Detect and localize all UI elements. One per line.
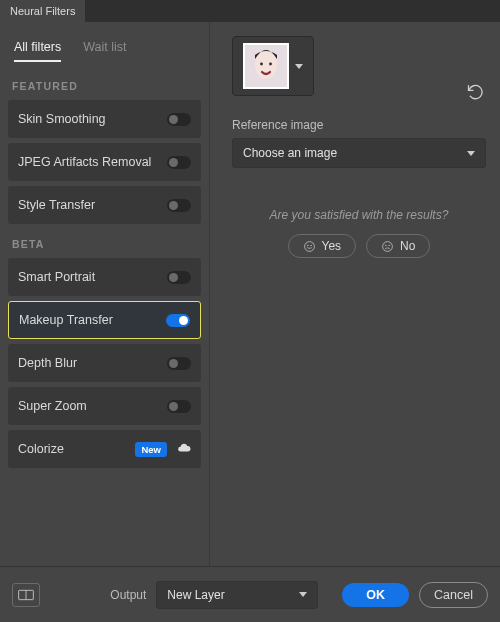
toggle[interactable] (167, 113, 191, 126)
toggle[interactable] (167, 271, 191, 284)
svg-point-6 (310, 245, 311, 246)
smile-icon (303, 240, 316, 253)
feedback-no-button[interactable]: No (366, 234, 430, 258)
tab-wait-list[interactable]: Wait list (83, 40, 126, 62)
filter-settings-panel: Reference image Choose an image Are you … (210, 22, 500, 566)
filter-label: JPEG Artifacts Removal (18, 155, 167, 169)
dropdown-value: Choose an image (243, 146, 337, 160)
reference-image-dropdown[interactable]: Choose an image (232, 138, 486, 168)
dropdown-value: New Layer (167, 588, 224, 602)
ok-button[interactable]: OK (342, 583, 409, 607)
svg-point-4 (304, 241, 314, 251)
chevron-down-icon (467, 151, 475, 156)
filter-style-transfer[interactable]: Style Transfer (8, 186, 201, 224)
svg-point-9 (389, 245, 390, 246)
reference-image-label: Reference image (232, 118, 486, 132)
toggle[interactable] (167, 199, 191, 212)
filter-super-zoom[interactable]: Super Zoom (8, 387, 201, 425)
toggle[interactable] (167, 400, 191, 413)
frown-icon (381, 240, 394, 253)
button-label: Yes (322, 239, 342, 253)
filter-colorize[interactable]: Colorize New (8, 430, 201, 468)
chevron-down-icon (299, 592, 307, 597)
button-label: No (400, 239, 415, 253)
filter-label: Skin Smoothing (18, 112, 167, 126)
filter-makeup-transfer[interactable]: Makeup Transfer (8, 301, 201, 339)
window-tab[interactable]: Neural Filters (0, 0, 85, 22)
svg-point-5 (307, 245, 308, 246)
chevron-down-icon (295, 64, 303, 69)
footer-bar: Output New Layer OK Cancel (0, 566, 500, 622)
reset-icon[interactable] (466, 82, 486, 105)
filter-label: Depth Blur (18, 356, 167, 370)
filter-label: Smart Portrait (18, 270, 167, 284)
tab-all-filters[interactable]: All filters (14, 40, 61, 62)
feedback-prompt: Are you satisfied with the results? (232, 208, 486, 222)
toggle[interactable] (167, 156, 191, 169)
filter-list-panel: All filters Wait list FEATURED Skin Smoo… (0, 22, 210, 566)
filter-skin-smoothing[interactable]: Skin Smoothing (8, 100, 201, 138)
filter-label: Style Transfer (18, 198, 167, 212)
toggle[interactable] (167, 357, 191, 370)
filter-label: Makeup Transfer (19, 313, 166, 327)
svg-point-2 (260, 63, 263, 66)
cancel-button[interactable]: Cancel (419, 582, 488, 608)
section-beta: BETA (12, 238, 201, 250)
filter-label: Super Zoom (18, 399, 167, 413)
filter-depth-blur[interactable]: Depth Blur (8, 344, 201, 382)
preview-icon (18, 589, 34, 601)
output-dropdown[interactable]: New Layer (156, 581, 318, 609)
filter-smart-portrait[interactable]: Smart Portrait (8, 258, 201, 296)
download-icon[interactable] (177, 441, 191, 458)
filter-label: Colorize (18, 442, 135, 456)
toggle[interactable] (166, 314, 190, 327)
output-label: Output (110, 588, 146, 602)
svg-point-7 (383, 241, 393, 251)
preview-toggle-button[interactable] (12, 583, 40, 607)
svg-point-8 (386, 245, 387, 246)
face-thumbnail (243, 43, 289, 89)
svg-point-3 (269, 63, 272, 66)
filter-jpeg-artifacts-removal[interactable]: JPEG Artifacts Removal (8, 143, 201, 181)
face-selector[interactable] (232, 36, 314, 96)
feedback-yes-button[interactable]: Yes (288, 234, 357, 258)
section-featured: FEATURED (12, 80, 201, 92)
new-badge: New (135, 442, 167, 457)
